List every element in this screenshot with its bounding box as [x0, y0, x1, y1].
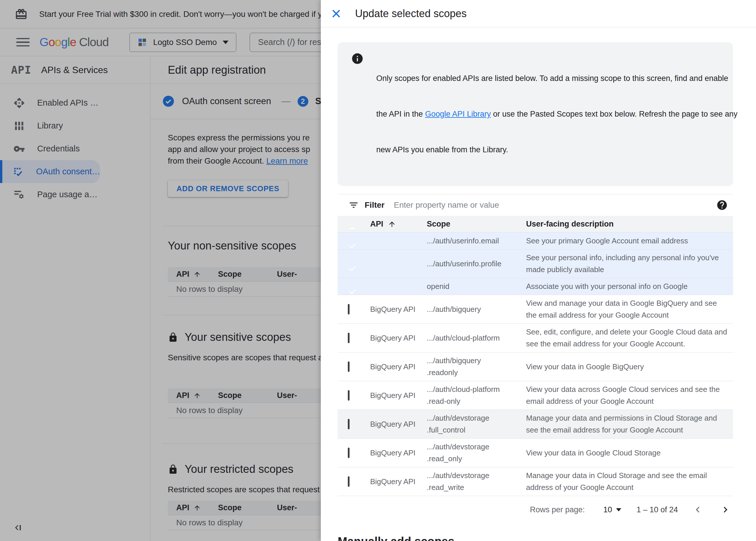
row-checkbox[interactable] [348, 304, 350, 314]
scope-value: .../auth/cloud-platform [427, 332, 526, 344]
scope-description: Manage your data in Cloud Storage and se… [526, 470, 733, 493]
scope-description: View and manage your data in Google BigQ… [526, 297, 733, 321]
scopes-table-body: .../auth/userinfo.emailSee your primary … [338, 233, 733, 496]
scope-value: .../auth/cloud-platform .read-only [427, 383, 526, 407]
scope-row[interactable]: BigQuery API.../auth/cloud-platform .rea… [338, 381, 733, 410]
scope-row[interactable]: BigQuery API.../auth/bigqueryView and ma… [338, 295, 733, 324]
scope-description: Associate you with your personal info on… [526, 280, 733, 292]
row-checkbox[interactable] [348, 448, 350, 458]
close-icon[interactable] [330, 8, 342, 19]
scope-description: See, edit, configure, and delete your Go… [526, 326, 733, 350]
chevron-right-icon[interactable] [720, 504, 731, 515]
filter-label[interactable]: Filter [365, 201, 384, 210]
scope-row[interactable]: .../auth/userinfo.emailSee your primary … [338, 233, 733, 250]
chevron-left-icon[interactable] [692, 504, 703, 515]
scope-description: See your personal info, including any pe… [526, 252, 733, 275]
info-banner-text: Only scopes for enabled APIs are listed … [376, 49, 737, 180]
scope-row[interactable]: BigQuery API.../auth/devstorage .read_on… [338, 439, 733, 467]
scope-row[interactable]: BigQuery API.../auth/cloud-platformSee, … [338, 324, 733, 352]
row-checkbox[interactable] [348, 361, 350, 372]
scope-description: Manage your data and permissions in Clou… [526, 412, 733, 436]
scope-row[interactable]: BigQuery API.../auth/devstorage .full_co… [338, 410, 733, 439]
info-banner: Only scopes for enabled APIs are listed … [338, 42, 733, 186]
chevron-down-icon [616, 508, 621, 511]
scope-row[interactable]: BigQuery API.../auth/devstorage .read_wr… [338, 467, 733, 496]
scope-value: .../auth/userinfo.profile [427, 258, 526, 270]
update-scopes-panel: Update selected scopes Only scopes for e… [321, 0, 756, 541]
rows-per-page-select[interactable]: 10 [603, 505, 621, 514]
scope-api: BigQuery API [370, 447, 427, 459]
scope-description: View your data across Google Cloud servi… [526, 383, 733, 407]
row-checkbox[interactable] [348, 333, 350, 343]
column-header-api[interactable]: API [370, 220, 427, 229]
scope-row[interactable]: .../auth/userinfo.profileSee your person… [338, 250, 733, 278]
scope-api: BigQuery API [370, 332, 427, 344]
manually-add-scopes-title: Manually add scopes [338, 535, 733, 541]
scope-api: BigQuery API [370, 361, 427, 373]
scope-value: .../auth/devstorage .read_only [427, 441, 526, 465]
panel-header: Update selected scopes [321, 0, 756, 27]
scope-value: .../auth/bigquery [427, 303, 526, 315]
row-checkbox[interactable] [348, 390, 350, 401]
scope-value: .../auth/bigquery .readonly [427, 355, 526, 378]
modal-dim-overlay [0, 0, 321, 541]
info-icon [351, 52, 364, 180]
scope-value: .../auth/devstorage .full_control [427, 412, 526, 436]
google-api-library-link[interactable]: Google API Library [425, 110, 491, 118]
scope-row[interactable]: BigQuery API.../auth/bigquery .readonlyV… [338, 352, 733, 381]
column-header-scope[interactable]: Scope [427, 220, 526, 229]
scope-value: .../auth/devstorage .read_write [427, 470, 526, 493]
filter-input[interactable] [393, 200, 716, 210]
scope-api: BigQuery API [370, 418, 427, 430]
panel-title: Update selected scopes [355, 8, 467, 20]
sort-up-icon [388, 220, 396, 228]
scope-api: BigQuery API [370, 476, 427, 488]
scopes-table: API Scope User-facing description .../au… [338, 216, 733, 496]
help-icon[interactable] [716, 199, 728, 211]
scope-api: BigQuery API [370, 389, 427, 401]
scope-description: See your primary Google Account email ad… [526, 235, 733, 247]
column-header-description[interactable]: User-facing description [526, 220, 733, 229]
row-checkbox[interactable] [348, 476, 350, 487]
scope-row[interactable]: openidAssociate you with your personal i… [338, 278, 733, 295]
rows-per-page-label: Rows per page: [530, 505, 585, 514]
scope-description: View your data in Google Cloud Storage [526, 447, 733, 459]
filter-icon [348, 200, 359, 210]
scope-api: BigQuery API [370, 303, 427, 315]
pagination-range: 1 – 10 of 24 [636, 505, 678, 514]
scopes-table-header: API Scope User-facing description [338, 216, 733, 233]
google-cloud-console: Start your Free Trial with $300 in credi… [0, 0, 756, 541]
filter-bar: Filter [338, 194, 733, 216]
scope-description: View your data in Google BigQuery [526, 361, 733, 373]
pagination-bar: Rows per page: 10 1 – 10 of 24 [338, 496, 733, 523]
scope-value: .../auth/userinfo.email [427, 235, 526, 247]
scope-value: openid [427, 280, 526, 292]
row-checkbox[interactable] [348, 419, 350, 429]
